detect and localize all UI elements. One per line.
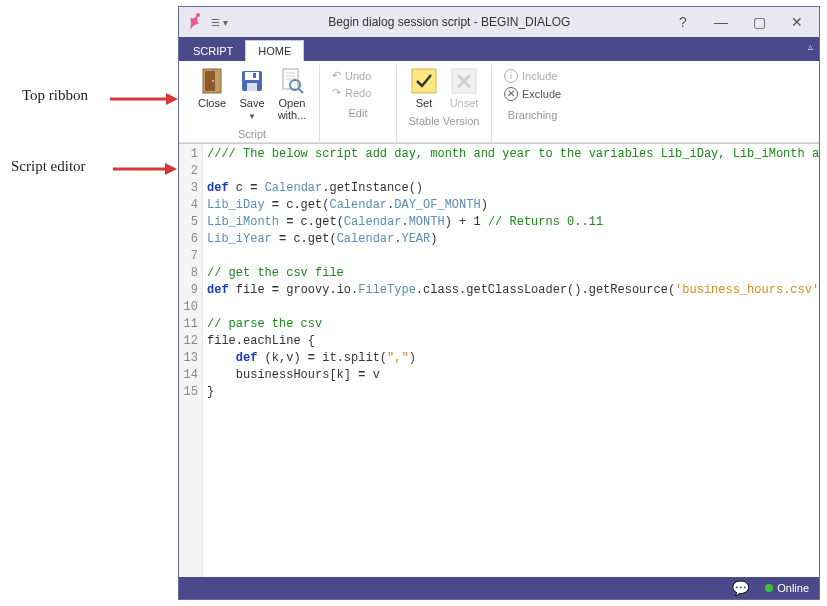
line-number: 6 — [179, 231, 198, 248]
code-line[interactable]: } — [207, 384, 815, 401]
save-button[interactable]: Save▼ — [233, 65, 271, 124]
code-line[interactable]: def (k,v) = it.split(",") — [207, 350, 815, 367]
help-button[interactable]: ? — [671, 14, 695, 30]
group-label-script: Script — [238, 128, 266, 140]
include-icon: i — [504, 69, 518, 83]
set-button[interactable]: Set — [405, 65, 443, 111]
line-number: 15 — [179, 384, 198, 401]
undo-icon: ↶ — [332, 69, 341, 82]
undo-label: Undo — [345, 70, 371, 82]
line-number: 11 — [179, 316, 198, 333]
collapse-ribbon-icon[interactable]: ▵ — [808, 41, 813, 52]
line-number: 7 — [179, 248, 198, 265]
svg-rect-11 — [253, 73, 256, 78]
annotation-script-editor: Script editor — [11, 158, 86, 175]
svg-point-7 — [212, 80, 214, 82]
code-line[interactable]: //// The below script add day, month and… — [207, 146, 815, 163]
code-line[interactable] — [207, 299, 815, 316]
unset-label: Unset — [450, 97, 479, 109]
code-line[interactable]: // parse the csv — [207, 316, 815, 333]
svg-marker-3 — [165, 163, 177, 175]
ribbon-group-script: Close Save▼ Open with... Script — [185, 65, 320, 142]
ribbon-tabs: SCRIPT HOME ▵ — [179, 37, 819, 61]
status-dot-icon — [765, 584, 773, 592]
svg-point-4 — [196, 13, 200, 17]
window-title: Begin dialog session script - BEGIN_DIAL… — [228, 15, 671, 29]
line-number: 1 — [179, 146, 198, 163]
code-line[interactable]: file.eachLine { — [207, 333, 815, 350]
close-button[interactable]: Close — [193, 65, 231, 124]
redo-label: Redo — [345, 87, 371, 99]
group-label-branching: Branching — [508, 109, 558, 121]
code-line[interactable]: def c = Calendar.getInstance() — [207, 180, 815, 197]
undo-button[interactable]: ↶ Undo — [332, 67, 371, 84]
svg-rect-10 — [247, 83, 257, 91]
code-content[interactable]: //// The below script add day, month and… — [203, 144, 819, 577]
line-number: 2 — [179, 163, 198, 180]
undo-redo-stack: ↶ Undo ↷ Redo — [328, 65, 388, 103]
code-line[interactable]: // get the csv file — [207, 265, 815, 282]
save-label: Save — [239, 97, 264, 109]
minimize-button[interactable]: — — [703, 10, 739, 34]
set-label: Set — [416, 97, 433, 109]
code-line[interactable]: Lib_iYear = c.get(Calendar.YEAR) — [207, 231, 815, 248]
svg-marker-1 — [166, 93, 178, 105]
floppy-icon — [238, 67, 266, 95]
line-gutter: 123456789101112131415 — [179, 144, 203, 577]
line-number: 9 — [179, 282, 198, 299]
app-logo-icon — [183, 11, 205, 33]
arrow-icon — [110, 90, 178, 108]
code-line[interactable]: Lib_iMonth = c.get(Calendar.MONTH) + 1 /… — [207, 214, 815, 231]
line-number: 13 — [179, 350, 198, 367]
arrow-icon — [113, 160, 177, 178]
unset-button[interactable]: Unset — [445, 65, 483, 111]
tab-script[interactable]: SCRIPT — [181, 41, 245, 61]
open-with-label: Open with... — [278, 97, 307, 121]
app-window: ☰ ▾ Begin dialog session script - BEGIN_… — [178, 6, 820, 600]
chat-icon[interactable]: 💬 — [732, 580, 749, 596]
titlebar: ☰ ▾ Begin dialog session script - BEGIN_… — [179, 7, 819, 37]
ribbon-group-branching: i Include ✕ Exclude Branching — [492, 65, 573, 142]
exclude-icon: ✕ — [504, 87, 518, 101]
exclude-label: Exclude — [522, 88, 561, 100]
chevron-down-icon: ▼ — [248, 112, 256, 121]
status-bar: 💬 Online — [179, 577, 819, 599]
group-label-stable: Stable Version — [409, 115, 480, 127]
door-icon — [198, 67, 226, 95]
line-number: 5 — [179, 214, 198, 231]
exclude-button[interactable]: ✕ Exclude — [504, 85, 561, 103]
redo-button[interactable]: ↷ Redo — [332, 84, 371, 101]
svg-rect-9 — [245, 72, 259, 80]
code-line[interactable]: Lib_iDay = c.get(Calendar.DAY_OF_MONTH) — [207, 197, 815, 214]
check-icon — [410, 67, 438, 95]
line-number: 4 — [179, 197, 198, 214]
include-button[interactable]: i Include — [504, 67, 557, 85]
x-icon — [450, 67, 478, 95]
code-line[interactable] — [207, 163, 815, 180]
code-line[interactable]: def file = groovy.io.FileType.class.getC… — [207, 282, 815, 299]
svg-line-17 — [299, 89, 303, 93]
maximize-button[interactable]: ▢ — [741, 10, 777, 34]
close-label: Close — [198, 97, 226, 109]
line-number: 14 — [179, 367, 198, 384]
script-editor[interactable]: 123456789101112131415 //// The below scr… — [179, 143, 819, 577]
include-label: Include — [522, 70, 557, 82]
line-number: 12 — [179, 333, 198, 350]
code-line[interactable] — [207, 248, 815, 265]
open-with-button[interactable]: Open with... — [273, 65, 311, 124]
ribbon-group-edit: ↶ Undo ↷ Redo Edit — [320, 65, 397, 142]
tab-home[interactable]: HOME — [245, 40, 304, 61]
ribbon: Close Save▼ Open with... Script — [179, 61, 819, 143]
line-number: 8 — [179, 265, 198, 282]
ribbon-group-stable: Set Unset Stable Version — [397, 65, 492, 142]
code-line[interactable]: businessHours[k] = v — [207, 367, 815, 384]
annotation-top-ribbon: Top ribbon — [22, 87, 88, 104]
document-search-icon — [278, 67, 306, 95]
online-status: Online — [765, 582, 809, 594]
line-number: 3 — [179, 180, 198, 197]
svg-rect-18 — [412, 69, 436, 93]
close-window-button[interactable]: ✕ — [779, 10, 815, 34]
line-number: 10 — [179, 299, 198, 316]
include-exclude-stack: i Include ✕ Exclude — [500, 65, 565, 105]
group-label-edit: Edit — [349, 107, 368, 119]
